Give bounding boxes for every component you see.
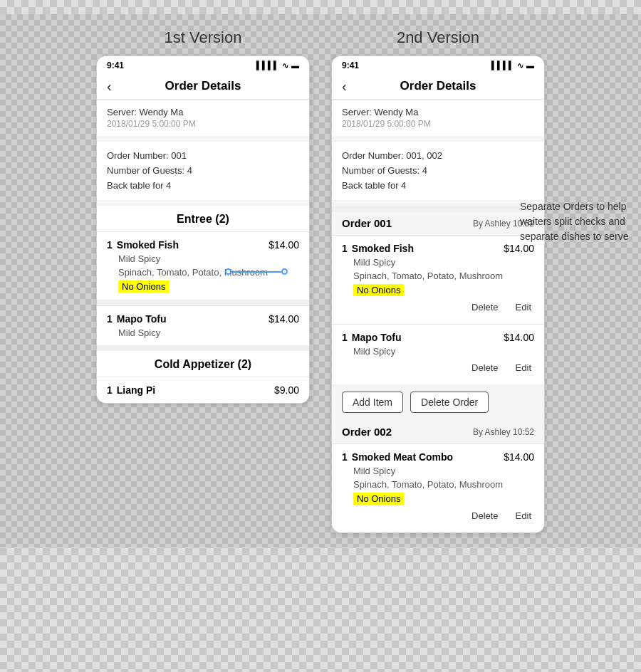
v2-item-price-sf: $14.00 [504, 243, 534, 254]
v1-server-section: Server: Wendy Ma 2018/01/29 5:00:00 PM [97, 100, 309, 136]
v1-item-smoked-fish-name: 1 Smoked Fish [107, 239, 179, 251]
v2-edit-smc-button[interactable]: Edit [513, 509, 534, 523]
v1-item-price-2: $14.00 [269, 313, 299, 325]
v2-item-mod-veg-smc: Spinach, Tomato, Potato, Mushroom [342, 479, 534, 490]
v1-item-price-3: $9.00 [274, 384, 299, 396]
v2-server-section: Server: Wendy Ma 2018/01/29 5:00:00 PM [332, 100, 544, 136]
v2-item-qty-mt: 1 [342, 332, 348, 343]
v1-item-qty-3: 1 [107, 384, 113, 396]
connector [225, 268, 288, 275]
v2-item-actions-sf: Delete Edit [342, 296, 534, 317]
v1-content: Server: Wendy Ma 2018/01/29 5:00:00 PM O… [97, 100, 309, 403]
v2-item-name-mt: Mapo Tofu [352, 332, 402, 343]
v2-item-actions-smc: Delete Edit [342, 505, 534, 525]
v2-item-mod-spicy-smc: Mild Spicy [342, 466, 534, 476]
v1-label: 1st Version [165, 28, 242, 47]
v1-divider-1 [97, 300, 309, 305]
v2-item-price-mt: $14.00 [504, 332, 534, 343]
v2-edit-sf-button[interactable]: Edit [513, 300, 534, 314]
v1-item-mod-spicy-1: Mild Spicy [107, 253, 299, 264]
connector-dot-left [225, 268, 231, 275]
v1-item-no-onions-1: No Onions [118, 280, 169, 293]
v2-item-price-smc: $14.00 [504, 451, 534, 463]
v2-phone: 9:41 ▍▍▍▍ ∿ ▬ ‹ Order Details Server: We… [331, 56, 545, 533]
v1-item-qty-2: 1 [107, 313, 113, 325]
v1-item-mapo-tofu: 1 Mapo Tofu $14.00 Mild Spicy [97, 305, 309, 345]
v2-item-mapo-tofu: 1 Mapo Tofu $14.00 Mild Spicy Delete Edi… [332, 324, 544, 384]
v1-item-qty-1: 1 [107, 239, 113, 251]
v2-back-button[interactable]: ‹ [342, 78, 347, 95]
battery-icon: ▬ [291, 61, 299, 70]
v2-guest-count: Number of Guests: 4 [342, 164, 534, 179]
v2-order-info: Order Number: 001, 002 Number of Guests:… [332, 142, 544, 200]
v1-time: 9:41 [107, 61, 124, 70]
v2-status-bar: 9:41 ▍▍▍▍ ∿ ▬ [332, 56, 544, 73]
v1-item-name-3: Liang Pi [117, 384, 155, 396]
v2-item-smoked-fish: 1 Smoked Fish $14.00 Mild Spicy Spinach,… [332, 235, 544, 324]
v1-item-mapo-tofu-name: 1 Mapo Tofu [107, 313, 167, 325]
v1-table-info: Back table for 4 [107, 179, 299, 194]
v2-time: 9:41 [342, 61, 359, 70]
v1-guest-count: Number of Guests: 4 [107, 164, 299, 179]
v1-category-cold: Cold Appetizer (2) [97, 351, 309, 377]
v2-edit-mt-button[interactable]: Edit [513, 361, 534, 374]
v2-server-name: Server: Wendy Ma [342, 107, 534, 117]
v2-order002-title: Order 002 [342, 426, 392, 438]
v2-item-smoked-meat-name: 1 Smoked Meat Combo [342, 451, 453, 463]
v2-delete-order-button[interactable]: Delete Order [410, 392, 489, 413]
v2-item-name-sf: Smoked Fish [352, 243, 414, 254]
v2-order001-buttons: Add Item Delete Order [332, 384, 544, 420]
v2-order002-header: Order 002 By Ashley 10:52 [332, 420, 544, 443]
v2-item-mod-veg-sf: Spinach, Tomato, Potato, Mushroom [342, 271, 534, 281]
v2-header: ‹ Order Details [332, 73, 544, 100]
v2-item-actions-mt: Delete Edit [342, 357, 534, 377]
v2-item-smoked-fish-name: 1 Smoked Fish [342, 243, 414, 254]
v2-item-name-smc: Smoked Meat Combo [352, 451, 453, 463]
v1-status-icons: ▍▍▍▍ ∿ ▬ [256, 61, 299, 70]
v1-header: ‹ Order Details [97, 73, 309, 100]
side-note: Separate Orders to help waiters split ch… [520, 199, 634, 244]
connector-line-body [231, 271, 281, 273]
v2-item-mod-spicy-mt: Mild Spicy [342, 346, 534, 357]
v2-add-item-button[interactable]: Add Item [342, 392, 403, 413]
v2-wifi-icon: ∿ [517, 61, 523, 70]
signal-icon: ▍▍▍▍ [256, 61, 279, 70]
v2-label: 2nd Version [397, 28, 479, 47]
v2-server-date: 2018/01/29 5:00:00 PM [342, 119, 534, 129]
v1-item-liang-pi: 1 Liang Pi $9.00 [97, 377, 309, 403]
v2-order001-header: Order 001 By Ashley 10:52 [332, 211, 544, 235]
v2-item-mapo-tofu-name: 1 Mapo Tofu [342, 332, 402, 343]
v1-item-name-2: Mapo Tofu [117, 313, 167, 325]
v2-item-no-onions-smc: No Onions [353, 493, 404, 505]
v1-item-smoked-fish: 1 Smoked Fish $14.00 Mild Spicy Spinach,… [97, 231, 309, 300]
v2-item-no-onions-sf: No Onions [353, 284, 404, 296]
v2-item-smoked-meat: 1 Smoked Meat Combo $14.00 Mild Spicy Sp… [332, 443, 544, 532]
v1-back-button[interactable]: ‹ [107, 78, 112, 95]
v2-delete-sf-button[interactable]: Delete [469, 300, 501, 314]
v2-item-qty-smc: 1 [342, 451, 348, 463]
v2-divider-pre [332, 206, 544, 211]
v1-item-liang-pi-name: 1 Liang Pi [107, 384, 155, 396]
v1-category-entree: Entree (2) [97, 206, 309, 231]
v1-divider-2 [97, 345, 309, 351]
wifi-icon: ∿ [282, 61, 288, 70]
v1-server-name: Server: Wendy Ma [107, 107, 299, 117]
v2-delete-mt-button[interactable]: Delete [469, 361, 501, 374]
v1-item-mod-spicy-2: Mild Spicy [107, 327, 299, 338]
v2-item-mod-spicy-sf: Mild Spicy [342, 257, 534, 268]
v1-item-price-1: $14.00 [269, 239, 299, 251]
connector-dot-right [281, 268, 288, 275]
v2-battery-icon: ▬ [526, 61, 534, 70]
v1-phone: 9:41 ▍▍▍▍ ∿ ▬ ‹ Order Details Server: We… [96, 56, 310, 404]
v2-content: Server: Wendy Ma 2018/01/29 5:00:00 PM O… [332, 100, 544, 532]
v2-title: Order Details [400, 79, 476, 93]
v2-order002-meta: By Ashley 10:52 [473, 427, 534, 437]
v2-delete-smc-button[interactable]: Delete [469, 509, 501, 523]
v1-item-name-1: Smoked Fish [117, 239, 179, 251]
v2-signal-icon: ▍▍▍▍ [491, 61, 514, 70]
v1-status-bar: 9:41 ▍▍▍▍ ∿ ▬ [97, 56, 309, 73]
v2-table-info: Back table for 4 [342, 179, 534, 194]
v1-order-info: Order Number: 001 Number of Guests: 4 Ba… [97, 142, 309, 200]
v1-order-number: Order Number: 001 [107, 149, 299, 164]
v1-server-date: 2018/01/29 5:00:00 PM [107, 119, 299, 129]
